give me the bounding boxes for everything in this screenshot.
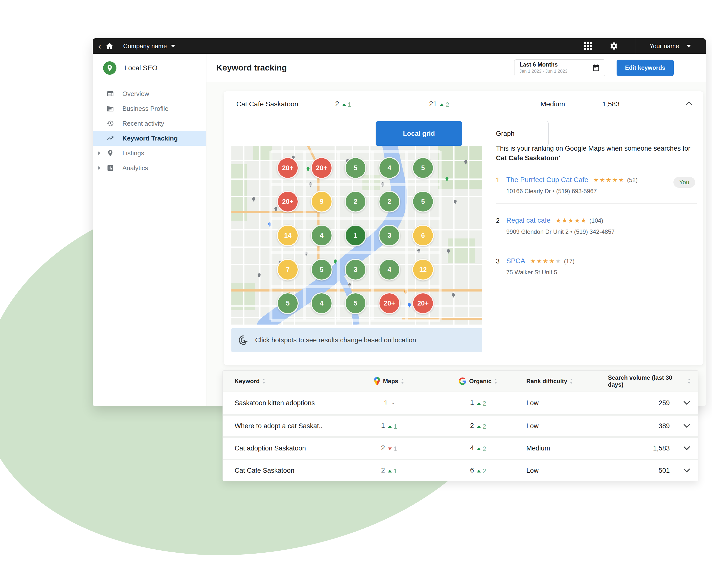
organic-rank-cell: 4 2 — [430, 444, 526, 453]
building-icon — [107, 105, 115, 112]
gear-icon[interactable] — [609, 42, 618, 50]
map-hotspot[interactable]: 5 — [345, 292, 366, 314]
map-hotspot[interactable]: 4 — [379, 157, 400, 179]
edit-keywords-button[interactable]: Edit keywords — [617, 60, 674, 76]
calendar-icon — [592, 64, 600, 72]
user-menu[interactable]: Your name — [649, 43, 691, 50]
tab-local-grid[interactable]: Local grid — [376, 121, 462, 146]
map-hotspot[interactable]: 20+ — [277, 157, 299, 179]
column-organic[interactable]: Organic — [430, 377, 526, 385]
map-hint-text: Click hotspots to see results change bas… — [255, 336, 416, 344]
map-hotspot[interactable]: 20+ — [379, 292, 400, 314]
company-name-menu[interactable]: Company name — [123, 43, 167, 50]
map-hotspot[interactable]: 1 — [345, 225, 366, 246]
sidebar-item-recent-activity[interactable]: Recent activity — [93, 116, 206, 131]
rank-change-arrow-icon — [477, 447, 481, 450]
rank-change-arrow-icon — [477, 402, 481, 405]
keywords-table: Keyword Maps — [222, 370, 698, 481]
apps-grid-icon[interactable] — [584, 42, 592, 50]
sidebar-item-business-profile[interactable]: Business Profile — [93, 101, 206, 116]
organic-rank-cell: 1 2 — [430, 399, 526, 407]
column-rank-difficulty[interactable]: Rank difficulty — [526, 378, 608, 385]
map-hotspot[interactable]: 5 — [277, 292, 299, 314]
map-hotspot[interactable]: 12 — [412, 259, 434, 280]
sidebar-item-keyword-tracking[interactable]: Keyword Tracking — [93, 131, 206, 146]
difficulty-cell: Low — [526, 399, 608, 407]
rank-change-arrow-icon — [477, 425, 481, 428]
chevron-down-icon — [687, 45, 691, 47]
map-hotspot[interactable]: 3 — [379, 225, 400, 246]
business-link[interactable]: SPCA — [506, 257, 525, 265]
home-icon[interactable] — [105, 42, 114, 50]
keyword-cell: Cat adoption Saskatoon — [235, 444, 348, 452]
divider — [635, 38, 636, 54]
sidebar-item-analytics[interactable]: Analytics — [93, 161, 206, 175]
sort-icon — [688, 378, 691, 384]
business-link[interactable]: Regal cat cafe — [506, 216, 551, 224]
collapse-chevron-icon[interactable] — [685, 100, 693, 108]
expand-row-chevron-icon[interactable] — [670, 400, 691, 406]
date-range-picker[interactable]: Last 6 Months Jan 1 2023 - Jun 1 2023 — [514, 59, 605, 76]
page-title: Keyword tracking — [216, 63, 287, 72]
map-hotspot[interactable]: 20+ — [277, 191, 299, 212]
business-address: 9909 Glendon Dr Unit 2 • (519) 342-4857 — [506, 228, 697, 235]
rank-number: 2 — [496, 217, 500, 225]
map-hotspot[interactable]: 5 — [311, 259, 332, 280]
table-row: Where to adopt a cat Saskat.. 1 1 2 2 Lo… — [223, 414, 698, 436]
rank-number: 3 — [496, 257, 500, 265]
maps-rank-cell: 2 1 — [348, 466, 430, 475]
map-hotspot[interactable]: 7 — [277, 259, 299, 280]
click-target-icon — [238, 334, 249, 346]
map-hotspot[interactable]: 4 — [311, 292, 332, 314]
map-hotspot[interactable]: 14 — [277, 225, 299, 246]
expand-icon[interactable] — [98, 151, 100, 155]
expand-row-chevron-icon[interactable] — [670, 445, 691, 451]
map-hotspot[interactable]: 5 — [412, 191, 434, 212]
main-content: Keyword tracking Last 6 Months Jan 1 202… — [207, 54, 706, 406]
expand-row-chevron-icon[interactable] — [670, 423, 691, 429]
trending-up-icon — [107, 134, 115, 142]
map-hotspot[interactable]: 4 — [379, 259, 400, 280]
rank-change-arrow-icon — [477, 470, 481, 472]
tab-graph[interactable]: Graph — [462, 121, 548, 146]
map-hotspot[interactable]: 9 — [311, 191, 332, 212]
review-count: (52) — [627, 176, 638, 184]
map-hotspot[interactable]: 2 — [379, 191, 400, 212]
back-icon[interactable]: ‹ — [98, 42, 101, 50]
keyword-cell: Where to adopt a cat Saskat.. — [235, 422, 348, 430]
rank-number: 1 — [496, 176, 500, 184]
expand-icon[interactable] — [98, 166, 100, 170]
chevron-down-icon[interactable] — [171, 45, 175, 47]
maps-rank-cell: 2 1 — [348, 444, 430, 453]
app-window: ‹ Company name Your name Local SEO — [93, 38, 706, 406]
map-hotspot[interactable]: 3 — [345, 259, 366, 280]
difficulty-cell: Low — [526, 422, 608, 430]
expand-row-chevron-icon[interactable] — [670, 468, 691, 473]
sidebar-item-label: Business Profile — [122, 105, 168, 112]
keyword-card: Cat Cafe Saskatoon 2 1 21 2 Medium 1,583… — [224, 91, 703, 365]
column-maps[interactable]: Maps — [348, 377, 430, 385]
map-hotspot[interactable]: 2 — [345, 191, 366, 212]
business-link[interactable]: The Purrfect Cup Cat Cafe — [506, 176, 588, 184]
divider — [496, 244, 697, 244]
column-search-volume[interactable]: Search volume (last 30 days) — [608, 374, 691, 388]
star-rating: ★★★★★ — [593, 176, 625, 184]
sidebar-item-label: Analytics — [122, 164, 148, 172]
map-hotspot[interactable]: 4 — [311, 225, 332, 246]
map-hotspot[interactable]: 20+ — [412, 292, 434, 314]
map-hotspot[interactable]: 20+ — [311, 157, 332, 179]
map-hint-bar: Click hotspots to see results change bas… — [231, 328, 482, 352]
keyword-cell: Saskatoon kitten adoptions — [235, 399, 348, 407]
sidebar-item-overview[interactable]: Overview — [93, 86, 206, 101]
sidebar-item-listings[interactable]: Listings — [93, 146, 206, 161]
map-hotspot[interactable]: 5 — [345, 157, 366, 179]
sidebar-item-label: Listings — [122, 149, 144, 157]
volume-cell: 389 — [608, 422, 670, 430]
business-address: 75 Walker St Unit 5 — [506, 269, 697, 276]
map-hotspot[interactable]: 5 — [412, 157, 434, 179]
overview-icon — [107, 90, 115, 98]
organic-rank-cell: 6 2 — [430, 466, 526, 475]
column-keyword[interactable]: Keyword — [235, 378, 348, 385]
business-address: 10166 Clearly Dr • (519) 693-5967 — [506, 188, 697, 195]
map-hotspot[interactable]: 6 — [412, 225, 434, 246]
